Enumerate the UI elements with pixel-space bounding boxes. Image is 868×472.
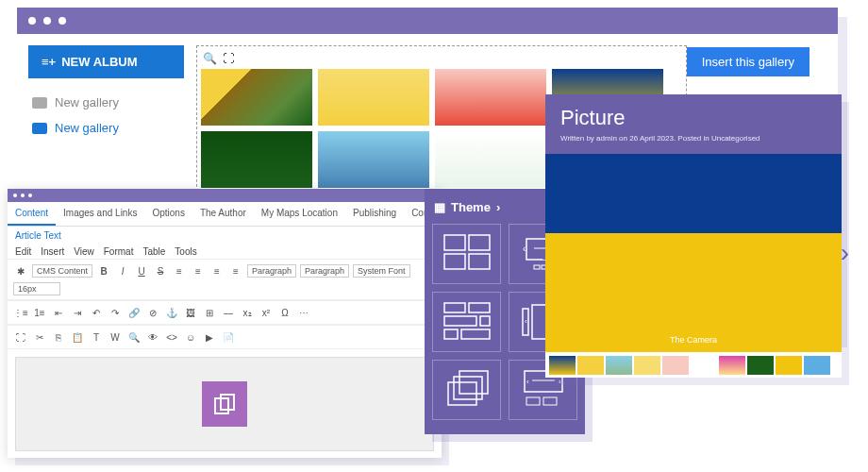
svg-rect-31 (543, 397, 557, 405)
preview-icon[interactable]: 👁 (145, 329, 160, 345)
unlink-icon[interactable]: ⊘ (145, 305, 160, 320)
picture-preview-panel: Picture Written by admin on 26 April 202… (545, 94, 842, 378)
insert-gallery-button[interactable]: Insert this gallery (687, 47, 810, 76)
picture-meta: Written by admin on 26 April 2023. Poste… (560, 134, 826, 143)
tab-author[interactable]: The Author (192, 202, 254, 226)
list-ul-icon[interactable]: ⋮≡ (13, 305, 28, 320)
theme-stack-layout[interactable] (432, 360, 501, 420)
pic-thumb[interactable] (662, 356, 689, 375)
pic-thumb[interactable] (747, 356, 774, 375)
char-icon[interactable]: Ω (277, 305, 292, 320)
pic-thumb[interactable] (577, 356, 604, 375)
bold-icon[interactable]: B (96, 263, 111, 278)
align-left-icon[interactable]: ≡ (172, 263, 187, 278)
list-ol-icon[interactable]: 1≡ (32, 305, 47, 320)
folder-icon (32, 123, 47, 134)
underline-icon[interactable]: U (134, 263, 149, 278)
paste-text-icon[interactable]: T (89, 329, 104, 345)
paragraph-select[interactable]: Paragraph (247, 264, 296, 278)
search-icon[interactable]: 🔍 (203, 52, 217, 65)
italic-icon[interactable]: I (115, 263, 130, 278)
tab-maps[interactable]: My Maps Location (254, 202, 345, 226)
menu-tools[interactable]: Tools (175, 246, 196, 257)
cms-content-select[interactable]: CMS Content (32, 264, 92, 278)
strike-icon[interactable]: S (153, 263, 168, 278)
hr-icon[interactable]: — (221, 305, 236, 320)
menu-table[interactable]: Table (142, 246, 165, 257)
redo-icon[interactable]: ↷ (108, 305, 123, 320)
copy-icon[interactable]: ⎘ (51, 329, 66, 345)
chevron-right-icon: › (496, 200, 500, 214)
next-arrow-icon[interactable]: › (841, 238, 849, 268)
prev-arrow-icon[interactable]: ‹ (538, 238, 546, 268)
undo-icon[interactable]: ↶ (89, 305, 104, 320)
indent-icon[interactable]: ⇥ (70, 305, 85, 320)
sup-icon[interactable]: x² (259, 305, 274, 320)
pic-thumb[interactable] (606, 356, 632, 375)
code-icon[interactable]: <> (164, 329, 179, 345)
template-icon[interactable]: 📄 (221, 329, 236, 345)
link-icon[interactable]: 🔗 (126, 305, 142, 320)
svg-rect-12 (444, 303, 465, 312)
cut-icon[interactable]: ✂ (32, 329, 47, 345)
gallery-widget-placeholder[interactable] (202, 381, 247, 427)
thumbnail[interactable] (318, 69, 429, 126)
sub-icon[interactable]: x₂ (240, 305, 255, 320)
picture-thumbnails (545, 352, 842, 379)
find-icon[interactable]: 🔍 (126, 329, 142, 345)
paste-icon[interactable]: 📋 (70, 329, 85, 345)
article-editor: Content Images and Links Options The Aut… (8, 189, 442, 458)
fullscreen-icon[interactable]: ⛶ (13, 329, 28, 345)
font-select[interactable]: System Font (353, 264, 410, 278)
outdent-icon[interactable]: ⇤ (51, 305, 66, 320)
pic-thumb[interactable] (634, 356, 660, 375)
toolbar-row-2: ⋮≡ 1≡ ⇤ ⇥ ↶ ↷ 🔗 ⊘ ⚓ 🖼 ⊞ — x₂ x² Ω ⋯ (8, 300, 442, 325)
more-icon[interactable]: ⋯ (296, 305, 311, 320)
tab-publishing[interactable]: Publishing (345, 202, 404, 226)
svg-rect-30 (526, 397, 540, 405)
anchor-icon[interactable]: ⚓ (164, 305, 179, 320)
thumbnail[interactable] (201, 69, 312, 126)
menu-format[interactable]: Format (104, 246, 134, 257)
pic-thumb[interactable] (776, 356, 802, 375)
browser-titlebar (17, 8, 838, 34)
table-icon[interactable]: ⊞ (202, 305, 217, 320)
menubar: Edit Insert View Format Table Tools (8, 244, 442, 259)
menu-insert[interactable]: Insert (41, 246, 64, 257)
picture-main-image[interactable]: ‹ › The Camera (545, 154, 842, 352)
tab-images[interactable]: Images and Links (56, 202, 144, 226)
pic-thumb[interactable] (719, 356, 745, 375)
emoji-icon[interactable]: ☺ (183, 329, 198, 345)
editor-canvas[interactable] (15, 357, 434, 451)
folder-item-active[interactable]: New gallery (28, 115, 184, 141)
align-justify-icon[interactable]: ≡ (228, 263, 243, 278)
tab-options[interactable]: Options (144, 202, 192, 226)
theme-masonry-layout[interactable] (432, 292, 501, 352)
style-select[interactable]: Paragraph (300, 264, 349, 278)
pic-thumb[interactable] (549, 356, 576, 375)
theme-grid-layout[interactable] (432, 224, 501, 284)
image-icon[interactable]: 🖼 (183, 305, 198, 320)
thumbnail[interactable] (318, 131, 429, 188)
media-icon[interactable]: ▶ (202, 329, 217, 345)
folder-icon (32, 97, 47, 109)
menu-view[interactable]: View (74, 246, 94, 257)
new-album-button[interactable]: ≡+ NEW ALBUM (28, 45, 184, 78)
folder-label: New gallery (55, 95, 119, 110)
joomla-icon[interactable]: ✱ (13, 263, 28, 278)
align-right-icon[interactable]: ≡ (209, 263, 225, 278)
word-icon[interactable]: W (108, 329, 123, 345)
size-select[interactable]: 16px (13, 282, 60, 295)
align-center-icon[interactable]: ≡ (191, 263, 206, 278)
thumbnail[interactable] (435, 69, 546, 126)
thumbnail[interactable] (435, 131, 546, 188)
window-dot (43, 17, 51, 25)
thumbnail[interactable] (201, 131, 312, 188)
folder-item[interactable]: New gallery (28, 90, 184, 115)
crop-icon[interactable]: ⛶ (223, 52, 234, 65)
window-dot (21, 194, 25, 197)
tab-content[interactable]: Content (8, 202, 56, 226)
pic-thumb[interactable] (804, 356, 830, 375)
pic-thumb[interactable] (691, 356, 717, 375)
menu-edit[interactable]: Edit (15, 246, 31, 257)
